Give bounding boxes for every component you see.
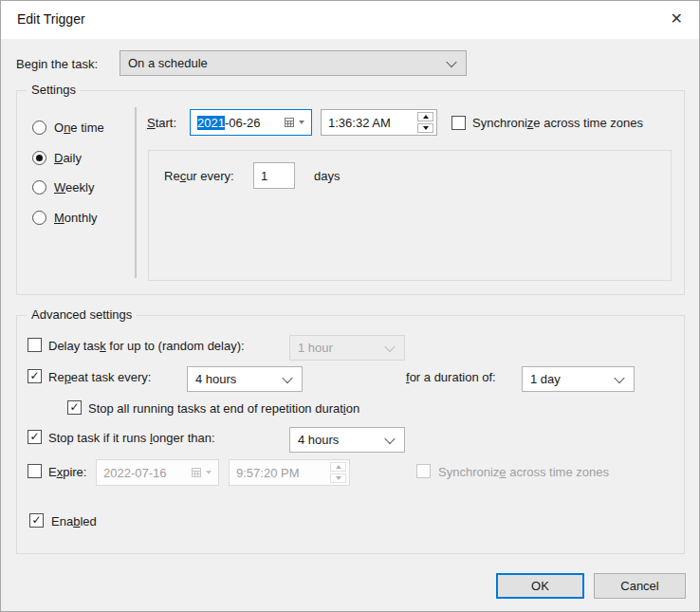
enabled-checkbox[interactable]: ✓ — [29, 513, 44, 528]
calendar-grid-icon — [191, 467, 202, 478]
date-selected-segment: 2021 — [197, 116, 225, 130]
spin-down-button[interactable] — [417, 123, 433, 133]
calendar-icon — [191, 467, 212, 478]
repeat-task-label[interactable]: Repeat task every: — [48, 370, 151, 385]
chevron-down-icon — [384, 433, 395, 443]
advanced-settings-group-label: Advanced settings — [27, 307, 137, 323]
settings-divider — [135, 107, 137, 278]
stop-task-label[interactable]: Stop task if it runs longer than: — [48, 431, 215, 446]
chevron-down-icon — [446, 56, 456, 66]
time-spinner — [417, 112, 433, 133]
ok-button-label: OK — [531, 579, 549, 593]
arrow-down-icon — [423, 126, 429, 130]
arrow-down-icon — [336, 476, 341, 480]
title-bar: Edit Trigger ✕ — [1, 1, 699, 39]
sync-timezones-checkbox[interactable]: ✓ — [451, 116, 466, 130]
radio-daily[interactable] — [32, 151, 46, 165]
close-icon[interactable]: ✕ — [671, 9, 683, 28]
spin-up-button — [330, 462, 346, 472]
radio-one-time-label[interactable]: One time — [54, 121, 104, 136]
arrow-up-icon — [423, 115, 429, 119]
stop-task-duration-select[interactable]: 4 hours — [289, 427, 405, 453]
cancel-button[interactable]: Cancel — [594, 573, 686, 599]
expire-date-field: 2022-07-16 — [96, 459, 219, 486]
enabled-label[interactable]: Enabled — [51, 514, 97, 529]
sync-timezones-expire-label: Synchronize across time zones — [438, 465, 609, 480]
begin-task-value: On a schedule — [128, 56, 208, 70]
start-label: Start: — [147, 116, 176, 131]
stop-all-tasks-checkbox[interactable]: ✓ — [67, 400, 82, 415]
recur-unit-label: days — [314, 169, 340, 184]
settings-group-label: Settings — [27, 83, 81, 98]
radio-monthly-label[interactable]: Monthly — [54, 211, 98, 226]
repeat-interval-value: 4 hours — [195, 372, 236, 386]
stop-task-duration-value: 4 hours — [298, 433, 339, 447]
expire-checkbox[interactable]: ✓ — [28, 464, 42, 478]
chevron-down-icon — [299, 121, 304, 124]
delay-duration-value: 1 hour — [298, 341, 333, 355]
stop-task-checkbox[interactable]: ✓ — [28, 430, 42, 444]
spin-up-button[interactable] — [417, 112, 433, 121]
recur-every-value: 1 — [261, 169, 267, 183]
delay-duration-select: 1 hour — [289, 335, 405, 361]
cancel-button-label: Cancel — [620, 579, 658, 593]
expire-time-value: 9:57:20 PM — [236, 466, 300, 480]
start-time-field[interactable]: 1:36:32 AM — [321, 109, 437, 136]
chevron-down-icon — [614, 372, 624, 382]
stop-all-tasks-label[interactable]: Stop all running tasks at end of repetit… — [88, 401, 359, 417]
duration-label: for a duration of: — [406, 370, 496, 385]
recur-every-label: Recur every: — [164, 169, 234, 184]
repeat-task-checkbox[interactable]: ✓ — [28, 369, 42, 383]
check-icon: ✓ — [29, 431, 39, 443]
spin-down-button — [330, 473, 346, 483]
radio-weekly[interactable] — [32, 180, 46, 195]
duration-select[interactable]: 1 day — [522, 366, 635, 392]
duration-value: 1 day — [530, 372, 561, 386]
chevron-down-icon — [384, 341, 395, 351]
arrow-up-icon — [336, 465, 341, 469]
expire-date-value: 2022-07-16 — [103, 466, 167, 480]
repeat-interval-select[interactable]: 4 hours — [187, 366, 303, 392]
chevron-down-icon — [206, 471, 212, 474]
time-spinner — [330, 462, 346, 483]
start-date-field[interactable]: 2021 -06-26 — [190, 109, 312, 136]
expire-label[interactable]: Expire: — [48, 465, 86, 480]
date-rest-segment: -06-26 — [225, 116, 261, 130]
begin-task-label: Begin the task: — [16, 57, 98, 72]
radio-weekly-label[interactable]: Weekly — [54, 180, 94, 195]
check-icon: ✓ — [29, 370, 39, 382]
calendar-grid-icon — [284, 117, 295, 128]
expire-time-field: 9:57:20 PM — [229, 459, 350, 486]
radio-one-time[interactable] — [32, 121, 46, 135]
sync-timezones-expire-checkbox: ✓ — [416, 464, 431, 478]
radio-daily-label[interactable]: Daily — [54, 151, 82, 166]
delay-task-checkbox[interactable]: ✓ — [28, 338, 42, 352]
ok-button[interactable]: OK — [496, 573, 584, 599]
check-icon: ✓ — [69, 401, 79, 414]
delay-task-label[interactable]: Delay task for up to (random delay): — [48, 339, 245, 354]
radio-monthly[interactable] — [32, 211, 46, 225]
recur-every-input[interactable]: 1 — [253, 162, 295, 189]
chevron-down-icon — [282, 372, 292, 382]
calendar-icon[interactable] — [284, 117, 304, 128]
edit-trigger-dialog: Edit Trigger ✕ Begin the task: On a sche… — [0, 0, 700, 612]
window-title: Edit Trigger — [17, 11, 85, 27]
sync-timezones-label[interactable]: Synchronize across time zones — [472, 116, 643, 131]
check-icon: ✓ — [31, 514, 41, 527]
begin-task-select[interactable]: On a schedule — [120, 50, 467, 76]
start-time-value: 1:36:32 AM — [328, 116, 391, 130]
